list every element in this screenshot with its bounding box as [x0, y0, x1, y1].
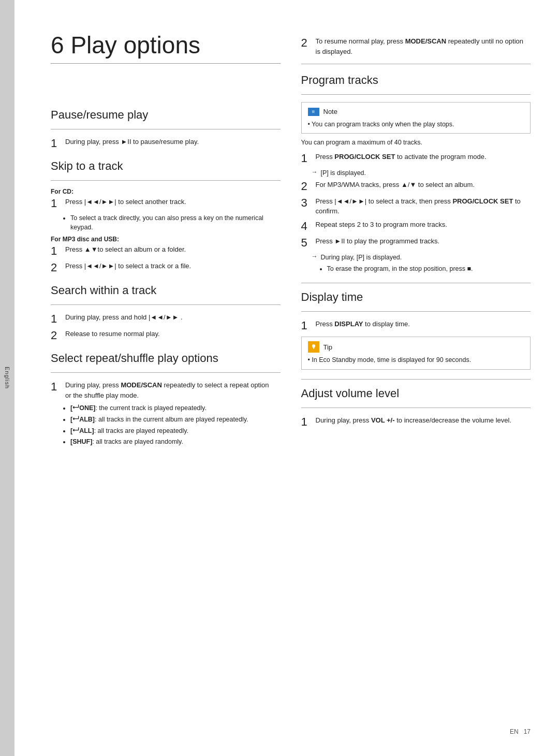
title-divider: [51, 63, 281, 64]
step-text: Press ►II to play the programmed tracks.: [316, 236, 527, 246]
note-label: Note: [323, 107, 337, 117]
divider-skip: [51, 180, 281, 181]
step-number: 2: [301, 36, 313, 50]
section-program-tracks: Program tracks ≡ Note • You can program …: [301, 74, 531, 273]
list-item: [⮠ALL]: all tracks are played repeatedly…: [70, 426, 281, 436]
step-number: 1: [301, 415, 313, 429]
for-mp3-label: For MP3 disc and USB:: [51, 236, 281, 243]
main-content: 6 Play options Pause/resume play 1 Durin…: [14, 0, 559, 756]
divider-search: [51, 304, 281, 305]
svg-point-0: [312, 344, 315, 347]
note-icon-lines: ≡: [312, 108, 315, 115]
step-number: 2: [51, 329, 62, 342]
step-number: 1: [301, 152, 313, 165]
arrow-symbol: →: [312, 253, 318, 260]
right-column: 2 To resume normal play, press MODE/SCAN…: [301, 31, 531, 725]
list-item: To erase the program, in the stop positi…: [327, 264, 531, 274]
divider-program: [301, 94, 531, 95]
step-text: During play, press VOL +/- to increase/d…: [316, 415, 527, 426]
prog-bullet-list: To erase the program, in the stop positi…: [327, 264, 531, 274]
step-row-volume-1: 1 During play, press VOL +/- to increase…: [301, 415, 531, 429]
step-text: Press |◄◄/►►| to select a track or a fil…: [65, 261, 277, 271]
step-row-display-1: 1 Press DISPLAY to display time.: [301, 319, 531, 332]
section-title-display: Display time: [301, 290, 531, 304]
divider-display-inner: [301, 311, 531, 312]
section-display-time: Display time 1 Press DISPLAY to display …: [301, 290, 531, 370]
list-item: To select a track directly, you can also…: [70, 213, 281, 233]
step-row-repeat-1: 1 During play, press MODE/SCAN repeatedl…: [51, 380, 281, 400]
list-item: [SHUF]: all tracks are played randomly.: [70, 437, 281, 447]
step-number: 1: [51, 197, 62, 210]
section-title-program: Program tracks: [301, 74, 531, 87]
step-text: During play, press MODE/SCAN repeatedly …: [65, 380, 277, 400]
divider-pause: [51, 129, 281, 129]
step-text: To resume normal play, press MODE/SCAN r…: [316, 36, 527, 56]
left-column: Pause/resume play 1 During play, press ►…: [51, 108, 281, 488]
footer-lang: EN: [510, 728, 519, 735]
divider-volume: [301, 379, 531, 380]
step-number: 1: [301, 319, 313, 332]
program-intro: You can program a maximum of 40 tracks.: [301, 138, 531, 148]
section-resume-normal: 2 To resume normal play, press MODE/SCAN…: [301, 36, 531, 64]
section-title-search: Search within a track: [51, 284, 281, 297]
step-text: Press DISPLAY to display time.: [316, 319, 527, 329]
step-text: During play, press and hold |◄◄/►► .: [65, 312, 277, 323]
section-title-volume: Adjust volume level: [301, 387, 531, 400]
tip-box: Tip • In Eco Standby mode, time is displ…: [301, 337, 531, 370]
step-number: 1: [51, 312, 62, 326]
sidebar-language-label: English: [4, 367, 10, 389]
page-title: 6 Play options: [51, 31, 281, 59]
section-title-skip: Skip to a track: [51, 159, 281, 173]
step-text: Press ▲▼to select an album or a folder.: [65, 244, 277, 255]
for-cd-label: For CD:: [51, 188, 281, 195]
arrow-symbol: →: [312, 168, 318, 176]
indent-arrow-prog-1: → [P] is displayed.: [312, 168, 531, 178]
step-row-prog-2: 2 For MP3/WMA tracks, press ▲/▼ to selec…: [301, 180, 531, 193]
page-title-block: 6 Play options: [51, 31, 281, 103]
step-row-prog-1: 1 Press PROG/CLOCK SET to activate the p…: [301, 152, 531, 165]
step-number: 3: [301, 196, 313, 210]
section-pause-resume: Pause/resume play 1 During play, press ►…: [51, 108, 281, 150]
page: English 6 Play options Pause/resume play…: [0, 0, 559, 756]
step-text: During play, press ►II to pause/resume p…: [65, 137, 277, 147]
step-row-search-2: 2 Release to resume normal play.: [51, 329, 281, 342]
note-icon: ≡: [308, 108, 319, 116]
list-item: [⮠ALB]: all tracks in the current album …: [70, 415, 281, 425]
step-number: 2: [301, 180, 313, 193]
step-text: Press PROG/CLOCK SET to activate the pro…: [316, 152, 527, 162]
step-number: 1: [51, 244, 62, 258]
step-row-resume: 2 To resume normal play, press MODE/SCAN…: [301, 36, 531, 56]
note-box: ≡ Note • You can program tracks only whe…: [301, 102, 531, 134]
section-title-repeat: Select repeat/shuffle play options: [51, 352, 281, 365]
divider-display: [301, 283, 531, 283]
step-text: Release to resume normal play.: [65, 329, 277, 339]
step-text: Press |◄◄/►►| to select another track.: [65, 197, 277, 207]
step-row-prog-5: 5 Press ►II to play the programmed track…: [301, 236, 531, 250]
step-number: 1: [51, 137, 62, 150]
step-number: 2: [51, 261, 62, 274]
sidebar-language-tab: English: [0, 0, 14, 756]
step-row-search-1: 1 During play, press and hold |◄◄/►► .: [51, 312, 281, 326]
step-row-mp3-1: 1 Press ▲▼to select an album or a folder…: [51, 244, 281, 258]
section-adjust-volume: Adjust volume level 1 During play, press…: [301, 387, 531, 429]
step-row: 1 During play, press ►II to pause/resume…: [51, 137, 281, 150]
note-header: ≡ Note: [308, 107, 524, 117]
step-row-cd-1: 1 Press |◄◄/►►| to select another track.: [51, 197, 281, 210]
divider-volume-inner: [301, 408, 531, 408]
cd-bullet-list: To select a track directly, you can also…: [70, 213, 281, 233]
divider-repeat: [51, 372, 281, 373]
section-repeat-shuffle: Select repeat/shuffle play options 1 Dur…: [51, 352, 281, 447]
footer-page-num: 17: [524, 728, 531, 735]
step-text: Repeat steps 2 to 3 to program more trac…: [316, 220, 527, 230]
divider-right-top: [301, 64, 531, 64]
tip-text: • In Eco Standby mode, time is displayed…: [308, 355, 524, 365]
tip-icon: [308, 341, 319, 353]
tip-label: Tip: [323, 342, 333, 353]
list-item: [⮠ONE]: the current track is played repe…: [70, 403, 281, 413]
section-title-pause: Pause/resume play: [51, 108, 281, 122]
step-row-prog-3: 3 Press |◄◄/►►| to select a track, then …: [301, 196, 531, 216]
step-row-mp3-2: 2 Press |◄◄/►►| to select a track or a f…: [51, 261, 281, 274]
step-text: Press |◄◄/►►| to select a track, then pr…: [316, 196, 527, 216]
step-number: 5: [301, 236, 313, 250]
page-footer: EN 17: [510, 728, 531, 735]
